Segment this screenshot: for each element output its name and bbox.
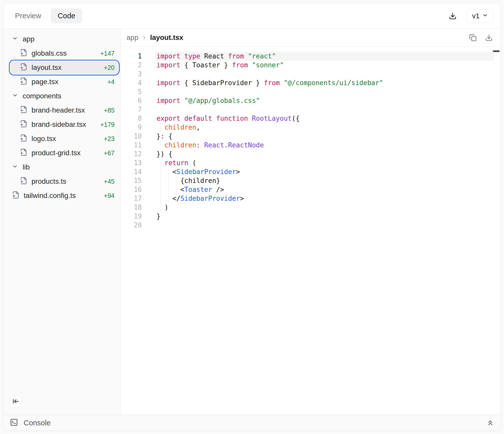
diff-added-badge: +23 xyxy=(104,135,115,143)
file-name: tailwind.config.ts xyxy=(24,192,76,200)
line-number: 4 xyxy=(120,79,142,87)
tab-preview[interactable]: Preview xyxy=(12,9,44,23)
code-line-12: 12}) { xyxy=(120,150,501,159)
code-line-text: import { SidebarProvider } from "@/compo… xyxy=(155,79,494,87)
code-line-19: 19} xyxy=(120,212,501,221)
code-line-text: children, xyxy=(155,123,494,132)
code-line-13: 13 return ( xyxy=(120,159,501,167)
code-line-text: {children} xyxy=(155,176,494,185)
line-number: 12 xyxy=(120,150,142,159)
tab-code[interactable]: Code xyxy=(51,8,82,23)
code-line-2: 2import { Toaster } from "sonner" xyxy=(120,61,501,70)
code-line-14: 14 <SidebarProvider> xyxy=(120,167,501,176)
line-number: 7 xyxy=(120,105,142,114)
line-number: 11 xyxy=(120,141,142,150)
download-icon xyxy=(485,34,493,41)
code-line-text: export default function RootLayout({ xyxy=(155,114,494,123)
code-header: app layout.tsx xyxy=(120,29,501,47)
diff-added-badge: +45 xyxy=(104,178,115,185)
file-tree-sidebar: appglobals.css+147layout.tsx+20page.tsx+… xyxy=(3,29,120,415)
code-line-text: import { Toaster } from "sonner" xyxy=(155,61,494,70)
tree-folder-components[interactable]: components xyxy=(10,90,118,102)
terminal-icon xyxy=(10,418,18,427)
download-icon xyxy=(449,12,456,20)
indent-guide xyxy=(161,141,161,150)
tree-folder-app[interactable]: app xyxy=(10,33,118,45)
collapse-sidebar-button[interactable] xyxy=(10,396,22,408)
tree-file-brand-header.tsx[interactable]: brand-header.tsx+85 xyxy=(10,104,118,117)
indent-guide xyxy=(161,176,161,185)
code-line-text: } xyxy=(155,212,494,221)
main-split: appglobals.css+147layout.tsx+20page.tsx+… xyxy=(3,29,501,415)
code-line-text: </SidebarProvider> xyxy=(155,194,494,203)
file-plus-icon xyxy=(20,148,27,158)
diff-added-badge: +147 xyxy=(100,50,115,57)
collapse-sidebar-icon xyxy=(12,398,19,406)
chevron-down-icon xyxy=(12,35,18,43)
chevron-down-icon xyxy=(12,163,18,171)
indent-guide xyxy=(161,194,161,203)
code-line-text: import type React from "react" xyxy=(155,52,494,61)
indent-guide xyxy=(168,167,169,176)
tree-file-logo.tsx[interactable]: logo.tsx+23 xyxy=(10,132,118,145)
indent-guide xyxy=(168,185,169,194)
code-line-text: <Toaster /> xyxy=(155,185,494,194)
code-header-actions xyxy=(467,32,495,43)
tree-file-globals.css[interactable]: globals.css+147 xyxy=(10,47,118,60)
tree-file-page.tsx[interactable]: page.tsx+4 xyxy=(10,75,118,88)
code-line-text xyxy=(155,105,494,114)
download-file-button[interactable] xyxy=(483,32,495,43)
scrollbar-thumb[interactable] xyxy=(493,50,500,52)
tree-file-tailwind.config.ts[interactable]: tailwind.config.ts+94 xyxy=(10,189,118,202)
copy-code-button[interactable] xyxy=(467,32,479,43)
code-line-8: 8export default function RootLayout({ xyxy=(120,114,501,123)
line-number: 2 xyxy=(120,61,142,70)
line-number: 17 xyxy=(120,194,142,203)
file-plus-icon xyxy=(20,134,27,144)
file-tree: appglobals.css+147layout.tsx+20page.tsx+… xyxy=(3,33,120,202)
folder-name: components xyxy=(23,92,61,100)
code-editor[interactable]: 1import type React from "react"2import {… xyxy=(120,47,501,415)
chevrons-up-icon xyxy=(486,419,494,427)
file-name: products.ts xyxy=(32,177,66,185)
diff-added-badge: +4 xyxy=(107,78,115,86)
version-label: v1 xyxy=(472,12,480,20)
file-plus-icon xyxy=(20,120,27,129)
line-number: 13 xyxy=(120,159,142,167)
file-name: brand-header.tsx xyxy=(32,106,85,114)
tree-file-brand-sidebar.tsx[interactable]: brand-sidebar.tsx+179 xyxy=(10,118,118,131)
download-project-button[interactable] xyxy=(447,10,459,22)
top-bar: Preview Code v1 xyxy=(3,3,501,29)
file-name: page.tsx xyxy=(32,78,58,86)
tree-file-layout.tsx[interactable]: layout.tsx+20 xyxy=(10,61,118,74)
version-selector[interactable]: v1 xyxy=(466,9,493,23)
line-number: 3 xyxy=(120,70,142,79)
tree-file-product-grid.tsx[interactable]: product-grid.tsx+67 xyxy=(10,147,118,159)
diff-added-badge: +85 xyxy=(104,107,115,114)
tree-file-products.ts[interactable]: products.ts+45 xyxy=(10,175,118,188)
file-name: layout.tsx xyxy=(32,64,61,72)
indent-guide xyxy=(168,194,169,203)
code-line-text: return ( xyxy=(155,159,494,167)
line-number: 15 xyxy=(120,176,142,185)
file-plus-icon xyxy=(20,106,27,115)
indent-guide xyxy=(161,167,161,176)
file-plus-icon xyxy=(20,63,27,72)
code-line-text xyxy=(155,87,494,96)
code-line-text: ) xyxy=(155,203,494,212)
console-label: Console xyxy=(24,419,51,427)
file-plus-icon xyxy=(20,177,27,186)
code-line-5: 5 xyxy=(120,87,501,96)
code-line-text xyxy=(155,70,494,79)
console-bar[interactable]: Console xyxy=(3,415,501,431)
indent-guide xyxy=(176,185,177,194)
diff-added-badge: +179 xyxy=(100,121,115,128)
code-line-10: 10}: { xyxy=(120,132,501,141)
folder-name: app xyxy=(23,35,35,43)
indent-guide xyxy=(161,185,161,194)
code-line-text: import "@/app/globals.css" xyxy=(155,96,494,105)
code-line-3: 3 xyxy=(120,70,501,79)
tree-folder-lib[interactable]: lib xyxy=(10,161,118,174)
line-number: 10 xyxy=(120,132,142,141)
line-number: 9 xyxy=(120,123,142,132)
